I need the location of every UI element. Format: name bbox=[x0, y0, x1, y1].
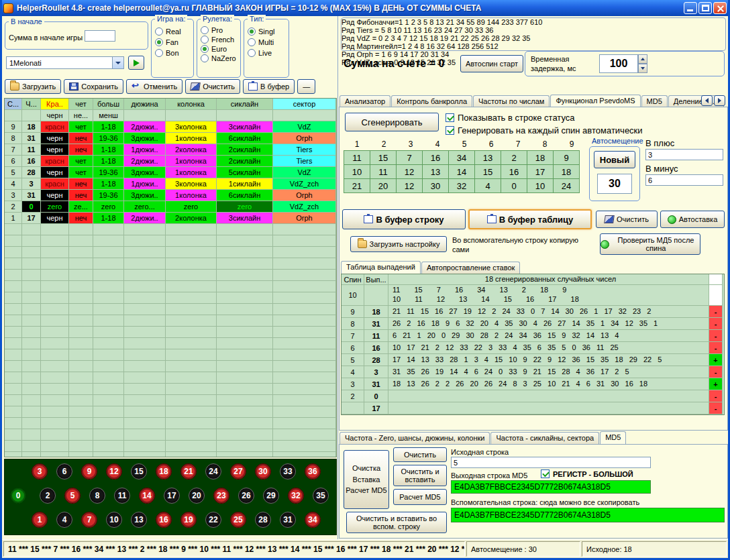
generate-button[interactable]: Сгенерировать bbox=[345, 113, 439, 131]
preset-select[interactable]: 1Melonati bbox=[6, 56, 124, 69]
board-number-17[interactable]: 17 bbox=[164, 488, 180, 504]
board-number-11[interactable]: 11 bbox=[114, 488, 130, 504]
clear-button[interactable]: Очистить bbox=[185, 79, 240, 94]
history-cell bbox=[217, 224, 273, 235]
board-number-28[interactable]: 28 bbox=[255, 512, 271, 528]
radio-french[interactable]: French bbox=[201, 36, 236, 44]
minimize-button[interactable] bbox=[684, 2, 697, 14]
radio-real[interactable]: Real bbox=[155, 27, 181, 36]
tab-1[interactable]: Анализатор bbox=[340, 95, 390, 107]
delay-spinner[interactable] bbox=[638, 54, 647, 73]
board-number-2[interactable]: 2 bbox=[40, 488, 56, 504]
plus-input[interactable]: 3 bbox=[645, 149, 723, 160]
tab-4[interactable]: Функционал PsevdoMS bbox=[550, 95, 640, 108]
tab-2[interactable]: Автопроставление ставок bbox=[421, 262, 520, 274]
tab-1[interactable]: Таблица выпадений bbox=[341, 261, 421, 274]
md5-big-button[interactable]: Очистка Вставка Расчет MD5 bbox=[344, 450, 389, 509]
board-number-1[interactable]: 1 bbox=[32, 512, 48, 528]
autospin-start-button[interactable]: Автоспин старт bbox=[460, 55, 523, 72]
checkbox-show-in-status[interactable]: Показывать в строке статуса bbox=[446, 113, 575, 123]
board-number-18[interactable]: 18 bbox=[156, 463, 172, 480]
board-number-27[interactable]: 27 bbox=[230, 463, 246, 480]
md5-clear-paste-aux-button[interactable]: Очистить и вставить во вспом. строку bbox=[346, 512, 447, 533]
board-number-23[interactable]: 23 bbox=[213, 488, 229, 504]
autobet-button[interactable]: Автоставка bbox=[660, 211, 725, 228]
board-number-7[interactable]: 7 bbox=[81, 512, 97, 528]
check-md5-button[interactable]: Проверить МД5 после спина bbox=[600, 233, 700, 255]
radio-multi[interactable]: Multi bbox=[248, 38, 274, 46]
source-string-input[interactable]: 5 bbox=[451, 457, 651, 468]
maximize-button[interactable] bbox=[698, 2, 712, 14]
spinner-up-button[interactable] bbox=[638, 54, 647, 64]
board-number-33[interactable]: 33 bbox=[280, 463, 296, 480]
tab-1[interactable]: Частота - Zero, шансы, дюжины, колонки bbox=[340, 432, 490, 444]
board-number-26[interactable]: 26 bbox=[238, 488, 254, 504]
md5-calc-button[interactable]: Расчет MD5 bbox=[393, 489, 447, 505]
play-button[interactable] bbox=[128, 56, 144, 70]
buffer-button[interactable]: В буфер bbox=[243, 79, 295, 94]
board-number-25[interactable]: 25 bbox=[230, 512, 246, 528]
preset-dropdown-button[interactable] bbox=[112, 57, 123, 68]
spinner-down-button[interactable] bbox=[638, 64, 647, 73]
collapse-button[interactable]: — bbox=[297, 79, 315, 94]
minimize-icon bbox=[687, 9, 693, 11]
board-number-24[interactable]: 24 bbox=[205, 463, 221, 480]
close-button[interactable] bbox=[713, 2, 727, 14]
tab-2[interactable]: Контроль банкролла bbox=[391, 95, 472, 107]
board-number-9[interactable]: 9 bbox=[81, 463, 97, 480]
new-button[interactable]: Новый bbox=[594, 151, 635, 168]
board-number-14[interactable]: 14 bbox=[139, 488, 155, 504]
load-button[interactable]: Загрузить bbox=[5, 79, 61, 94]
board-number-21[interactable]: 21 bbox=[180, 463, 197, 480]
save-button[interactable]: Сохранить bbox=[64, 79, 123, 94]
tab-2[interactable]: Частота - сиклайны, сектора bbox=[490, 432, 599, 444]
copy-row-button[interactable]: В буфер строку bbox=[342, 209, 466, 229]
radio-nazero[interactable]: NaZero bbox=[201, 54, 236, 62]
copy-table-button[interactable]: В буфер таблицу bbox=[468, 209, 592, 229]
radio-bon[interactable]: Bon bbox=[155, 49, 181, 57]
clear-button[interactable]: Очистить bbox=[596, 211, 658, 228]
board-number-13[interactable]: 13 bbox=[131, 512, 147, 528]
tab-5[interactable]: MD5 bbox=[641, 95, 668, 107]
radio-pro[interactable]: Pro bbox=[201, 26, 236, 34]
radio-fan[interactable]: Fan bbox=[155, 38, 181, 46]
board-number-36[interactable]: 36 bbox=[305, 463, 321, 480]
board-number-0[interactable]: 0 bbox=[10, 488, 26, 504]
load-config-button[interactable]: Загрузить настройку bbox=[350, 236, 447, 252]
radio-euro[interactable]: Euro bbox=[201, 45, 236, 53]
checkbox-register-upper[interactable]: РЕГИСТР - БОЛЬШОЙ bbox=[541, 469, 633, 478]
radio-live[interactable]: Live bbox=[248, 49, 274, 57]
board-number-29[interactable]: 29 bbox=[263, 488, 279, 504]
undo-button[interactable]: Отменить bbox=[126, 79, 182, 94]
tab-scroll-left-button[interactable] bbox=[701, 95, 713, 106]
board-number-35[interactable]: 35 bbox=[313, 488, 329, 504]
board-number-22[interactable]: 22 bbox=[205, 512, 221, 528]
md5-clear-paste-button[interactable]: Очистить и вставить bbox=[393, 465, 447, 486]
board-number-16[interactable]: 16 bbox=[156, 512, 172, 528]
tab-3[interactable]: Частоты по числам bbox=[473, 95, 550, 107]
radio-singl[interactable]: Singl bbox=[248, 27, 274, 36]
board-number-15[interactable]: 15 bbox=[131, 463, 147, 480]
board-number-8[interactable]: 8 bbox=[89, 488, 105, 504]
board-number-5[interactable]: 5 bbox=[64, 488, 81, 504]
checkbox-autogenerate[interactable]: Генерировать на каждый спин автоматическ… bbox=[446, 125, 643, 135]
board-number-34[interactable]: 34 bbox=[305, 512, 321, 528]
board-number-4[interactable]: 4 bbox=[56, 512, 72, 528]
tab-scroll-right-button[interactable] bbox=[714, 95, 725, 106]
start-sum-input[interactable] bbox=[85, 30, 115, 42]
board-number-30[interactable]: 30 bbox=[255, 463, 271, 480]
board-number-12[interactable]: 12 bbox=[106, 463, 122, 480]
board-number-3[interactable]: 3 bbox=[32, 463, 48, 480]
board-number-31[interactable]: 31 bbox=[280, 512, 296, 528]
autoshift-input[interactable]: 30 bbox=[597, 174, 632, 194]
md5-clear-button[interactable]: Очистить bbox=[393, 447, 447, 462]
delay-input[interactable]: 100 bbox=[599, 54, 638, 73]
board-number-19[interactable]: 19 bbox=[180, 512, 197, 528]
board-number-10[interactable]: 10 bbox=[106, 512, 122, 528]
gen-col-header: 5 bbox=[451, 139, 478, 150]
tab-3[interactable]: MD5 bbox=[600, 431, 626, 445]
board-number-20[interactable]: 20 bbox=[189, 488, 205, 504]
minus-input[interactable]: 6 bbox=[645, 174, 723, 186]
board-number-32[interactable]: 32 bbox=[288, 488, 304, 504]
board-number-6[interactable]: 6 bbox=[56, 463, 72, 480]
